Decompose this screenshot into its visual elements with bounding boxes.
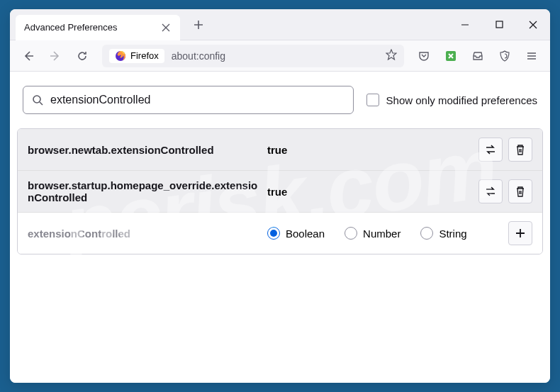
minimize-icon: [461, 21, 469, 29]
pocket-button[interactable]: [413, 45, 435, 67]
firefox-icon: [115, 50, 126, 62]
arrow-left-icon: [23, 50, 34, 62]
url-bar[interactable]: Firefox about:config: [102, 45, 404, 67]
shield-button[interactable]: [493, 45, 516, 67]
radio-string[interactable]: String: [420, 227, 466, 240]
radio-number[interactable]: Number: [345, 227, 401, 240]
reset-button[interactable]: [508, 138, 532, 162]
nav-toolbar: Firefox about:config: [10, 40, 550, 72]
inbox-icon: [472, 50, 483, 62]
site-identity[interactable]: Firefox: [109, 49, 164, 63]
shield-icon: [499, 50, 510, 62]
app-menu-button[interactable]: [520, 45, 543, 67]
reload-icon: [77, 50, 88, 62]
radio-icon: [345, 227, 357, 240]
pref-name: browser.newtab.extensionControlled: [28, 144, 262, 156]
add-pref-button[interactable]: [508, 221, 532, 245]
bookmark-button[interactable]: [386, 49, 397, 63]
pref-value: true: [267, 186, 473, 198]
pref-row[interactable]: browser.startup.homepage_override.extens…: [18, 171, 542, 213]
identity-label: Firefox: [130, 50, 159, 61]
radio-label: Boolean: [286, 228, 325, 240]
close-tab-button[interactable]: [160, 22, 172, 33]
pref-value: true: [267, 144, 473, 156]
maximize-icon: [495, 21, 503, 28]
extension-icon: [445, 50, 457, 62]
window-controls: [448, 9, 550, 40]
new-tab-button[interactable]: [187, 13, 210, 36]
hamburger-icon: [526, 50, 537, 62]
svg-point-3: [33, 96, 40, 103]
pref-search-box[interactable]: [23, 86, 354, 114]
checkbox-icon: [366, 94, 379, 106]
checkbox-label: Show only modified preferences: [386, 94, 537, 106]
maximize-button[interactable]: [482, 9, 516, 40]
minimize-button[interactable]: [448, 9, 482, 40]
pref-list: browser.newtab.extensionControlled true …: [17, 128, 543, 254]
config-content: Show only modified preferences browser.n…: [10, 72, 550, 383]
toggle-icon: [484, 143, 497, 156]
browser-window: Advanced Preferences Firefox about:confi…: [10, 9, 550, 383]
close-icon: [529, 21, 537, 29]
search-icon: [32, 94, 43, 106]
star-icon: [386, 49, 397, 60]
browser-tab[interactable]: Advanced Preferences: [16, 15, 180, 40]
toggle-button[interactable]: [478, 138, 503, 162]
reset-button[interactable]: [508, 179, 532, 203]
pocket-icon: [418, 50, 430, 62]
url-text: about:config: [172, 50, 225, 62]
type-radio-group: Boolean Number String: [267, 227, 497, 240]
trash-icon: [515, 186, 526, 197]
pref-name: browser.startup.homepage_override.extens…: [28, 179, 262, 203]
close-icon: [162, 23, 170, 32]
toggle-icon: [484, 185, 497, 198]
back-button[interactable]: [17, 45, 40, 67]
arrow-right-icon: [50, 50, 61, 62]
pref-search-input[interactable]: [50, 94, 345, 106]
reload-button[interactable]: [71, 45, 94, 67]
plus-icon: [515, 228, 526, 239]
toggle-button[interactable]: [478, 179, 503, 203]
search-bar-row: Show only modified preferences: [17, 86, 543, 114]
new-pref-row: extensionControlled Boolean Number Strin…: [18, 213, 542, 254]
tab-title: Advanced Preferences: [24, 22, 118, 33]
close-window-button[interactable]: [516, 9, 550, 40]
extension-button[interactable]: [439, 45, 462, 67]
show-modified-checkbox[interactable]: Show only modified preferences: [366, 94, 537, 106]
new-pref-name: extensionControlled: [28, 228, 262, 240]
radio-icon: [420, 227, 433, 240]
pref-row[interactable]: browser.newtab.extensionControlled true: [18, 129, 542, 171]
radio-boolean[interactable]: Boolean: [267, 227, 325, 240]
svg-rect-0: [496, 21, 503, 28]
radio-label: Number: [363, 228, 401, 240]
radio-icon: [267, 227, 280, 240]
titlebar: Advanced Preferences: [10, 9, 550, 40]
radio-label: String: [439, 228, 466, 240]
inbox-button[interactable]: [466, 45, 489, 67]
trash-icon: [515, 144, 526, 155]
forward-button[interactable]: [44, 45, 67, 67]
plus-icon: [194, 20, 203, 30]
